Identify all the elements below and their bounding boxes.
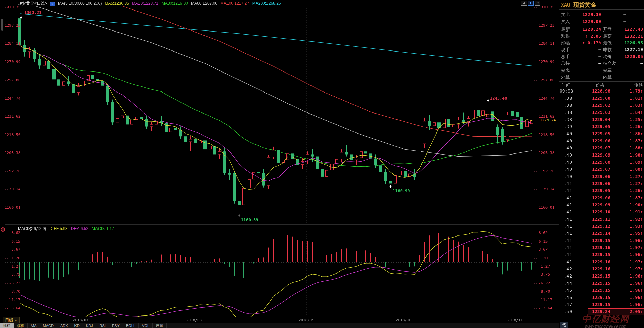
tick-time: 09:08	[560, 87, 572, 95]
tick-row[interactable]: .421229.151.96↑	[559, 272, 644, 280]
tab-3[interactable]: MA	[28, 323, 40, 328]
tab-12[interactable]: 设置	[153, 323, 167, 328]
quote-label: 委差	[603, 66, 612, 74]
left-toolbar-strip	[0, 0, 5, 328]
quote-row: 买入1229.09—	[559, 18, 644, 25]
tab-8[interactable]: RSI	[96, 323, 109, 328]
tick-row[interactable]: .451229.151.96↑	[559, 287, 644, 294]
quote-label: 现手	[561, 46, 570, 53]
tab-1[interactable]: 指标	[0, 323, 14, 328]
macd-axis-label: -13.64	[5, 306, 20, 310]
quote-label: 总手	[561, 53, 570, 60]
tick-row[interactable]: .381229.021.83↑	[559, 102, 644, 109]
tick-row[interactable]: .401229.071.88↑	[559, 166, 644, 173]
y-axis-label: 1284.11	[539, 41, 558, 46]
chart-exit-icon[interactable]: ⇥	[535, 1, 540, 6]
tick-row[interactable]: .411229.061.87↑	[559, 194, 644, 201]
quote-label: 买入	[561, 18, 570, 25]
tick-change: 1.95↑	[616, 230, 643, 237]
tick-row[interactable]: .381229.041.85↑	[559, 116, 644, 123]
tick-row[interactable]: .501229.242.05↑	[559, 308, 644, 315]
quote-label: 总持	[561, 60, 570, 67]
macd-axis-label: -6.22	[5, 281, 20, 285]
tab-4[interactable]: MACD	[40, 323, 57, 328]
tab-6[interactable]: KD	[71, 323, 83, 328]
tick-row[interactable]: .471229.151.96↑	[559, 301, 644, 308]
macd-axis-label: 8.62	[5, 231, 20, 235]
tick-row[interactable]: .401229.081.89↑	[559, 159, 644, 166]
tick-row[interactable]: .441229.151.96↑	[559, 280, 644, 287]
tab-9[interactable]: PSY	[109, 323, 123, 328]
chart-axis-icon[interactable]: ⊿	[521, 1, 527, 6]
macd-axis-label: -1.27	[5, 264, 20, 269]
macd-axis-label: -11.17	[5, 298, 20, 302]
tick-price: 1229.15	[579, 287, 610, 294]
tick-row[interactable]: .411229.061.87↑	[559, 180, 644, 187]
tick-row[interactable]: .421229.161.97↑	[559, 265, 644, 272]
macd-axis-label: -3.75	[539, 272, 558, 277]
y-axis-label: 1244.74	[539, 96, 558, 101]
quote-row: 最新1229.24开盘1227.43	[559, 26, 644, 33]
tab-7[interactable]: KDJ	[83, 323, 96, 328]
tick-time: .41	[560, 208, 572, 216]
tick-row[interactable]: .401229.061.87↑	[559, 137, 644, 144]
tick-row[interactable]: .411229.161.97↑	[559, 244, 644, 251]
tick-row[interactable]: .411229.111.92↑	[559, 216, 644, 223]
tab-10[interactable]: BOLL	[123, 323, 139, 328]
tick-row[interactable]: .411229.101.91↑	[559, 208, 644, 216]
tick-price: 1229.11	[579, 216, 610, 223]
vertical-scrollbar-thumb[interactable]	[1, 19, 3, 31]
tick-price: 1229.09	[579, 201, 610, 208]
y-axis-label: 1284.11	[5, 41, 20, 46]
quote-row: 总持—持仓差—	[559, 60, 644, 67]
y-axis-label: 1231.62	[5, 114, 20, 119]
tick-row[interactable]: .401229.091.90↑	[559, 151, 644, 159]
quote-value: —	[577, 46, 601, 53]
tick-row[interactable]: .411229.151.96↑	[559, 237, 644, 244]
y-axis-label: 1205.38	[5, 151, 20, 155]
tick-time: .40	[560, 144, 572, 151]
tick-row[interactable]: .401229.061.87↑	[559, 173, 644, 180]
tick-row[interactable]: .391229.051.86↑	[559, 123, 644, 130]
tick-row[interactable]: .381229.001.81↑	[559, 95, 644, 102]
tick-row[interactable]: .411229.091.90↑	[559, 201, 644, 208]
tick-time: .40	[560, 173, 572, 180]
tick-row[interactable]: .461229.151.96↑	[559, 294, 644, 301]
tick-row[interactable]: .411229.141.95↑	[559, 230, 644, 237]
tick-row[interactable]: .401229.071.88↑	[559, 144, 644, 151]
tab-11[interactable]: VOL	[139, 323, 153, 328]
macd-indicator-icon[interactable]	[1, 227, 5, 232]
tick-price: 1229.15	[579, 301, 610, 308]
symbol-name: 现货黄金	[574, 2, 597, 8]
macd-axis-label: 6.15	[5, 239, 20, 244]
tick-row[interactable]: .411229.051.86↑	[559, 187, 644, 194]
y-axis-label: 1205.38	[539, 151, 558, 155]
pen-tool-button[interactable]: 笔	[560, 322, 568, 328]
ma5-value: MA5:1230.85	[105, 1, 129, 6]
tick-time: .46	[560, 294, 572, 301]
period-selector-button[interactable]: 日线 ▲	[3, 317, 20, 323]
tick-row[interactable]: .411229.151.96↑	[559, 251, 644, 258]
tick-time: .41	[560, 194, 572, 201]
tick-row[interactable]: .411229.161.97↑	[559, 258, 644, 265]
macd-title: MACD(26,12,9)	[18, 226, 46, 231]
quote-value: 1232.21	[616, 33, 643, 40]
indicator-settings-icon[interactable]: ✕	[50, 2, 55, 6]
quote-value: —	[577, 60, 601, 67]
tick-row[interactable]: .401229.051.86↑	[559, 130, 644, 137]
tick-change: 1.90↑	[616, 201, 643, 208]
candlestick-chart-canvas[interactable]	[0, 0, 644, 328]
tick-row[interactable]: 09:081228.981.79↑	[559, 87, 644, 95]
tick-row[interactable]: .381229.031.84↑	[559, 109, 644, 116]
tab-5[interactable]: ADX	[57, 323, 71, 328]
quote-value: ↑ 0.17%	[577, 39, 601, 46]
tab-2[interactable]: 模板	[14, 323, 28, 328]
tick-price: 1229.15	[579, 294, 610, 301]
quote-value: —	[577, 73, 601, 80]
quote-value: —	[610, 18, 626, 25]
tick-price: 1229.07	[579, 144, 610, 151]
tick-row[interactable]: .411229.121.93↑	[559, 223, 644, 230]
y-axis-label: 1270.99	[539, 60, 558, 64]
macd-axis-label: -1.27	[539, 264, 558, 269]
chart-play-icon[interactable]: ▶	[528, 1, 534, 6]
